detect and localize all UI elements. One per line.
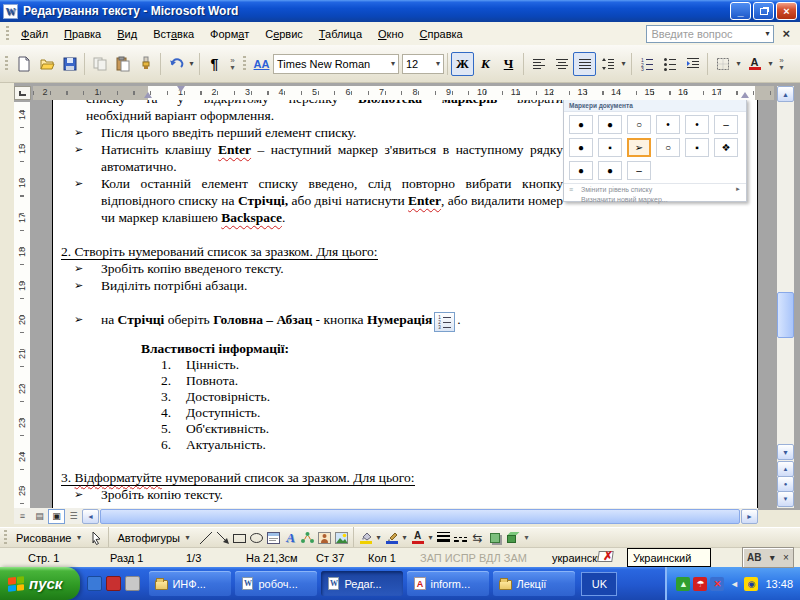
horizontal-scrollbar[interactable]: ≡ ▤ ▣ ☰ ◄ ► [14,508,758,524]
drawing-font-color-dropdown-arrow[interactable]: ▾ [426,533,435,542]
toolbar-grip[interactable] [243,56,246,72]
vertical-ruler[interactable]: 141516171819202122232425 [14,102,30,508]
text-box-button[interactable] [265,529,282,546]
hanging-indent-marker[interactable] [144,92,152,98]
taskbar-task-active[interactable]: WРедаг... [321,571,403,596]
font-color-dropdown-arrow[interactable]: ▾ [766,59,775,68]
align-center-button[interactable] [550,52,573,76]
arrow-tool-button[interactable] [214,529,231,546]
underline-button[interactable]: Ч [497,52,520,76]
toolbar-grip[interactable] [5,56,8,72]
menubar-close-icon[interactable]: × [782,26,790,41]
show-paragraph-marks-button[interactable]: ¶ [203,52,226,76]
horizontal-ruler[interactable]: 211234567891011121314151617 [33,86,774,100]
menu-item[interactable]: Вид [109,24,145,44]
normal-view-button[interactable]: ≡ [14,509,31,524]
toolbar-options-button[interactable]: » ▾ [775,51,788,77]
undo-dropdown-arrow[interactable]: ▾ [187,59,196,68]
taskbar-task-button[interactable]: Wробоч... [235,571,317,596]
toolbar-grip[interactable] [6,26,9,42]
font-color-button[interactable]: А [743,52,766,76]
language-bar-mini[interactable]: АВ ▾ × [742,547,794,568]
restore-button[interactable] [753,2,774,20]
chevron-down-icon[interactable]: ▾ [433,59,440,68]
start-button[interactable]: пуск [0,567,80,600]
clock[interactable]: 13:48 [765,578,793,590]
arrow-style-button[interactable]: ⇆ [469,529,486,546]
line-color-dropdown-arrow[interactable]: ▾ [400,533,409,542]
increase-indent-button[interactable] [681,52,704,76]
line-color-button[interactable] [383,529,400,546]
taskbar-task-button[interactable]: Ainform... [407,571,489,596]
antivirus-umbrella-icon[interactable]: ☂ [693,577,707,591]
language-popup[interactable]: Украинский [627,548,711,567]
insert-picture-button[interactable] [333,529,350,546]
next-page-button[interactable]: ▼ [777,491,794,507]
styles-button[interactable]: АА [250,52,273,76]
open-button[interactable] [35,52,58,76]
justify-button[interactable] [573,52,596,76]
taskbar-task-button[interactable]: Лекції [493,571,575,596]
toolbar-grip[interactable] [4,530,7,546]
three-d-style-button[interactable] [503,529,520,546]
ask-question-box[interactable]: Введите вопрос ▾ [646,25,774,43]
line-style-button[interactable] [435,529,452,546]
previous-page-button[interactable]: ▲ [777,461,794,477]
first-line-indent-marker[interactable] [177,86,185,92]
autoshapes-menu-button[interactable]: Автофигуры ▾ [112,531,197,545]
italic-button[interactable]: К [474,52,497,76]
menu-item[interactable]: Вставка [145,24,202,44]
scroll-right-button[interactable]: ► [741,509,758,524]
tab-selector[interactable] [14,86,31,100]
format-painter-button[interactable] [134,52,157,76]
wordart-button[interactable]: A [282,529,299,546]
select-objects-button[interactable] [88,529,105,546]
borders-dropdown-arrow[interactable]: ▾ [734,59,743,68]
quick-launch-icon[interactable] [106,576,121,591]
spelling-status-icon[interactable]: ✗ [598,551,613,563]
horizontal-scroll-thumb[interactable] [100,509,740,524]
paste-button[interactable] [111,52,134,76]
network-disconnected-icon[interactable]: ✕ [710,577,724,591]
bulleted-list-button[interactable] [658,52,681,76]
save-button[interactable] [58,52,81,76]
fill-color-dropdown-arrow[interactable]: ▾ [374,533,383,542]
dash-style-button[interactable] [452,529,469,546]
scroll-down-button[interactable]: ▼ [777,444,794,460]
line-spacing-dropdown-arrow[interactable]: ▾ [619,59,628,68]
language-bar-close-icon[interactable]: × [783,552,789,563]
outline-view-button[interactable]: ☰ [65,509,82,524]
bold-button[interactable]: Ж [451,52,474,76]
menu-item[interactable]: Формат [202,24,257,44]
font-name-combo[interactable]: Times New Roman ▾ [273,54,399,74]
menu-item[interactable]: Справка [412,24,471,44]
quick-launch-icon[interactable] [125,576,140,591]
show-desktop-icon[interactable] [87,576,102,591]
tray-utility-icon[interactable]: ▲ [676,577,690,591]
print-layout-view-button[interactable]: ▣ [48,509,65,524]
toolbar-options-button[interactable]: » ▾ [226,51,239,77]
fill-color-button[interactable] [357,529,374,546]
borders-button[interactable] [711,52,734,76]
scroll-up-button[interactable]: ▲ [777,86,794,102]
menu-item[interactable]: Окно [370,24,412,44]
document-page[interactable]: списку та у відкритому переліку Бібліоте… [52,100,758,510]
menu-item[interactable]: Сервис [257,24,311,44]
chevron-down-icon[interactable]: ▾ [770,552,775,563]
chevron-down-icon[interactable]: ▾ [388,59,395,68]
font-size-combo[interactable]: 12 ▾ [402,54,444,74]
drawing-menu-button[interactable]: Рисование ▾ [11,531,88,545]
taskbar-task-button[interactable]: ИНФ... [149,571,231,596]
web-layout-view-button[interactable]: ▤ [31,509,48,524]
vertical-scrollbar[interactable]: ▲ ▼ ▲ ● ▼ [777,86,794,508]
new-document-button[interactable] [12,52,35,76]
drawing-font-color-button[interactable]: А [409,529,426,546]
oval-tool-button[interactable] [248,529,265,546]
line-tool-button[interactable] [197,529,214,546]
tray-signal-icon[interactable]: ◉ [744,577,758,591]
menu-item[interactable]: Правка [56,24,109,44]
language-indicator[interactable]: UK [581,572,617,596]
line-spacing-button[interactable] [596,52,619,76]
minimize-button[interactable]: _ [730,2,751,20]
select-browse-object-button[interactable]: ● [777,476,794,492]
